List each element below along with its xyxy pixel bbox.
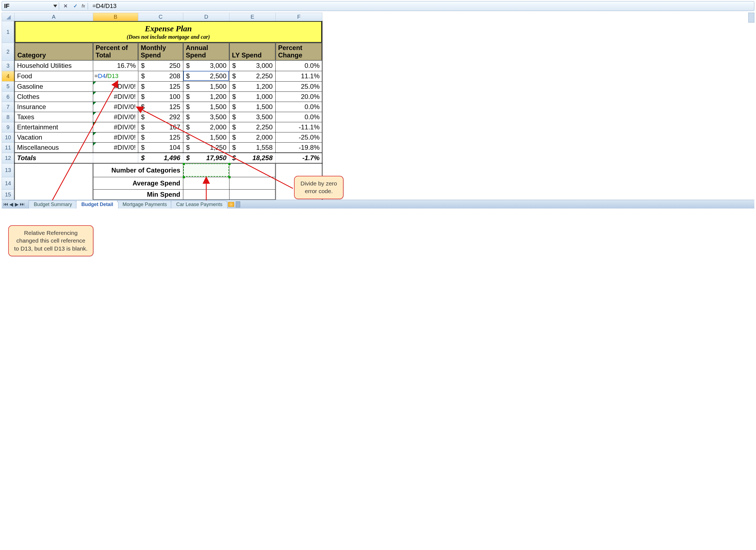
row-header[interactable]: 5 [2, 81, 15, 92]
cell-change[interactable]: 0.0% [276, 112, 322, 122]
cell-category[interactable]: Taxes [15, 112, 93, 122]
row-header[interactable]: 8 [2, 112, 15, 122]
cell-ly[interactable]: $2,250 [229, 71, 275, 81]
hdr-annual[interactable]: Annual Spend [183, 43, 229, 60]
tab-scroll-thumb[interactable] [236, 201, 240, 208]
cell-pct[interactable]: #DIV/0! [93, 82, 138, 92]
col-header-C[interactable]: C [138, 13, 183, 21]
col-header-A[interactable]: A [15, 13, 93, 21]
cell-D15[interactable] [183, 190, 229, 200]
cell-monthly[interactable]: $125 [138, 102, 183, 112]
cell-change[interactable]: -11.1% [276, 122, 322, 132]
cell-monthly[interactable]: $100 [138, 92, 183, 102]
col-header-D[interactable]: D [183, 13, 229, 21]
cell-monthly[interactable]: $167 [138, 122, 183, 132]
cell-monthly[interactable]: $125 [138, 82, 183, 92]
enter-icon[interactable]: ✓ [72, 2, 79, 10]
cell-D14[interactable] [183, 177, 229, 189]
sheet-tab[interactable]: Budget Detail [76, 200, 118, 209]
sheet-tab[interactable]: Car Lease Payments [171, 200, 228, 209]
cell-category[interactable]: Clothes [15, 92, 93, 102]
hdr-category[interactable]: Category [15, 43, 93, 60]
cell-pct[interactable]: #DIV/0! [93, 92, 138, 102]
cell-ly[interactable]: $1,200 [229, 82, 275, 92]
insert-sheet-icon[interactable] [228, 202, 234, 207]
totals-ly[interactable]: $18,258 [229, 153, 275, 163]
cell-A15[interactable] [15, 190, 93, 200]
cell-category[interactable]: Miscellaneous [15, 143, 93, 153]
cancel-icon[interactable]: ✕ [62, 2, 69, 10]
totals-annual[interactable]: $17,950 [183, 153, 229, 163]
sheet-tab[interactable]: Mortgage Payments [117, 200, 172, 209]
totals-pct[interactable] [93, 153, 138, 163]
stat-min-spend[interactable]: Min Spend [93, 190, 183, 200]
stat-avg-spend[interactable]: Average Spend [93, 177, 183, 189]
cell-pct[interactable]: #DIV/0! [93, 112, 138, 122]
cell-category[interactable]: Food [15, 71, 93, 81]
cell-pct[interactable]: #DIV/0! [93, 122, 138, 132]
row-header[interactable]: 9 [2, 122, 15, 132]
totals-label[interactable]: Totals [15, 153, 93, 163]
tab-nav-first-icon[interactable]: ⏮ [3, 202, 8, 207]
cell-F13[interactable] [276, 165, 322, 175]
cell-pct-editing[interactable]: =D4/D13 [93, 71, 138, 81]
cell-monthly[interactable]: $104 [138, 143, 183, 153]
cell-annual[interactable]: $2,500 [183, 71, 229, 81]
col-header-F[interactable]: F [276, 13, 322, 21]
cell-D13[interactable] [183, 164, 229, 177]
cell-A14[interactable] [15, 177, 93, 189]
cell-category[interactable]: Vacation [15, 132, 93, 142]
dropdown-icon[interactable] [53, 5, 57, 7]
tab-nav-next-icon[interactable]: ▶ [14, 202, 19, 207]
select-all-corner[interactable] [2, 13, 15, 21]
cell-ly[interactable]: $3,500 [229, 112, 275, 122]
col-header-B[interactable]: B [93, 13, 138, 21]
hdr-ly[interactable]: LY Spend [229, 43, 275, 60]
cell-annual[interactable]: $2,000 [183, 122, 229, 132]
cell-annual[interactable]: $3,000 [183, 61, 229, 71]
cell-monthly[interactable]: $125 [138, 132, 183, 142]
spreadsheet-grid[interactable]: A B C D E F 1 Expense Plan (Does not inc… [2, 13, 754, 200]
col-header-E[interactable]: E [229, 13, 276, 21]
row-header[interactable]: 12 [2, 153, 15, 164]
cell-E14[interactable] [229, 177, 275, 189]
hdr-monthly[interactable]: Monthly Spend [138, 43, 183, 60]
cell-annual[interactable]: $3,500 [183, 112, 229, 122]
cell-category[interactable]: Entertainment [15, 122, 93, 132]
cell-pct[interactable]: 16.7% [93, 61, 138, 71]
cell-change[interactable]: -25.0% [276, 132, 322, 142]
cell-change[interactable]: 0.0% [276, 61, 322, 71]
cell-monthly[interactable]: $292 [138, 112, 183, 122]
row-header[interactable]: 1 [2, 21, 15, 43]
cell-annual[interactable]: $1,500 [183, 82, 229, 92]
row-header[interactable]: 6 [2, 92, 15, 102]
cell-change[interactable]: 0.0% [276, 102, 322, 112]
cell-ly[interactable]: $1,000 [229, 92, 275, 102]
row-header[interactable]: 15 [2, 190, 15, 200]
cell-ly[interactable]: $1,500 [229, 102, 275, 112]
stat-num-categories[interactable]: Number of Categories [93, 164, 183, 177]
name-box[interactable]: IF [4, 2, 59, 10]
cell-annual[interactable]: $1,200 [183, 92, 229, 102]
cell-change[interactable]: -19.8% [276, 143, 322, 153]
cell-category[interactable]: Household Utilities [15, 61, 93, 71]
cell-E13[interactable] [229, 164, 275, 177]
cell-monthly[interactable]: $208 [139, 71, 183, 81]
fx-icon[interactable]: fx [82, 4, 85, 9]
cell-change[interactable]: 11.1% [276, 71, 322, 81]
row-header[interactable]: 7 [2, 102, 15, 112]
scrollbar-vertical[interactable] [748, 13, 754, 23]
hdr-pct[interactable]: Percent of Total [93, 43, 138, 60]
row-header[interactable]: 13 [2, 164, 15, 177]
cell-ly[interactable]: $2,250 [229, 122, 275, 132]
cell-ly[interactable]: $3,000 [229, 61, 275, 71]
row-header[interactable]: 2 [2, 43, 15, 61]
cell-pct[interactable]: #DIV/0! [93, 143, 138, 153]
cell-annual[interactable]: $1,250 [183, 143, 229, 153]
cell-ly[interactable]: $1,558 [229, 143, 275, 153]
cell-monthly[interactable]: $250 [138, 61, 183, 71]
row-header[interactable]: 11 [2, 143, 15, 153]
cell-annual[interactable]: $1,500 [183, 102, 229, 112]
hdr-change[interactable]: Percent Change [276, 43, 322, 60]
cell-E15[interactable] [229, 190, 275, 200]
